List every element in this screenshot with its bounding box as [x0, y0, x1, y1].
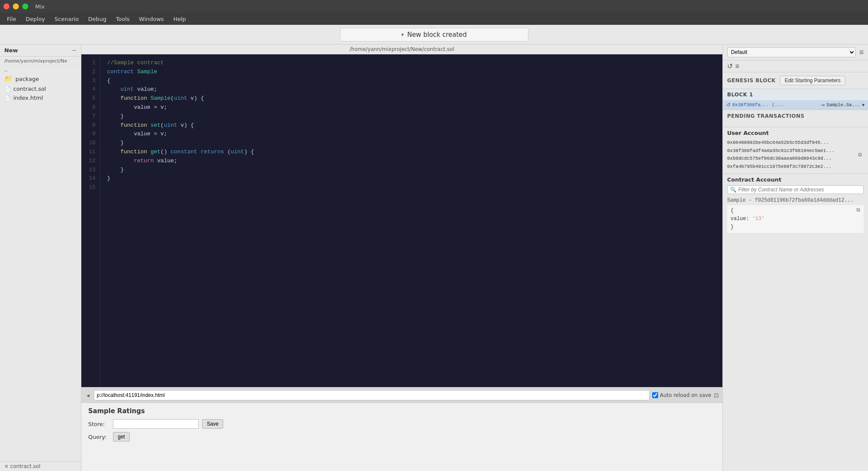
folder-icon: 📁	[4, 75, 13, 83]
contract-json-container: ⧉ { value: '13' }	[727, 205, 864, 233]
sidebar-bottom-label: × contract.sol	[4, 463, 40, 469]
contract-account-section: Contract Account 🔍 Sample - f025d81196b7…	[723, 174, 868, 471]
sidebar-bottom-tab[interactable]: × contract.sol	[0, 461, 81, 471]
file-icon-index: 📄	[4, 95, 11, 101]
hamburger-button[interactable]: ≡	[735, 63, 739, 70]
line-num-8: 8	[81, 121, 100, 130]
menu-help[interactable]: Help	[169, 15, 191, 24]
account-item-1: 0x38f388fadf4a6a35c61c3f88194ec5ae1...	[727, 147, 835, 155]
line-num-13: 13	[81, 166, 100, 175]
scenario-list-button[interactable]: ≡	[859, 48, 864, 57]
app-title: Mix	[35, 3, 45, 10]
center-area: /home/yann/mixproject/New/contract.sol 1…	[81, 45, 722, 471]
line-num-11: 11	[81, 148, 100, 157]
pending-label: PENDING TRANSACTIONS	[727, 113, 805, 119]
contract-filter-row: 🔍	[727, 185, 864, 194]
minimize-button[interactable]	[13, 3, 19, 9]
account-item-row: 0x06400992be45bc64a52b5c55d3df845... 0x3…	[727, 139, 864, 171]
left-sidebar: New − /home/yann/mixproject/Ne .. 📁 pack…	[0, 45, 81, 471]
line-num-3: 3	[81, 77, 100, 86]
notification-bar: ▾ New block created	[0, 25, 868, 45]
notification-arrow[interactable]: ▾	[401, 32, 404, 38]
line-num-6: 6	[81, 103, 100, 112]
browser-bar: ◂ Auto reload on save ⊡	[81, 387, 722, 402]
contract-json: { value: '13' }	[727, 205, 864, 233]
refresh-button[interactable]: ↺	[727, 62, 733, 70]
block-refresh-button[interactable]: ↺	[726, 102, 731, 108]
genesis-edit-button[interactable]: Edit Starting Parameters	[780, 76, 845, 85]
line-num-4: 4	[81, 85, 100, 94]
sidebar-collapse-button[interactable]: −	[72, 47, 77, 54]
contract-copy-button[interactable]: ⧉	[855, 207, 862, 213]
contract-name-row: Sample - f025d81196b72fba60a1d4dddad12..…	[727, 197, 864, 203]
block-expand-button[interactable]: ▾	[862, 102, 865, 108]
line-num-9: 9	[81, 130, 100, 139]
url-input[interactable]	[94, 390, 650, 400]
title-bar: Mix	[0, 0, 868, 13]
account-item-3: 0xfa4b795b491cc1975e89f3c78972c3e2...	[727, 163, 835, 171]
line-num-5: 5	[81, 94, 100, 103]
account-list: 0x06400992be45bc64a52b5c55d3df845... 0x3…	[727, 139, 835, 171]
contract-filter-input[interactable]	[738, 187, 861, 193]
line-num-10: 10	[81, 139, 100, 148]
right-sidebar: Default ≡ ↺ ≡ GENESIS BLOCK Edit Startin…	[722, 45, 868, 471]
menu-debug[interactable]: Debug	[84, 15, 111, 24]
file-icon-contract: 📄	[4, 86, 11, 92]
sidebar-item-contract[interactable]: 📄 contract.sol	[0, 84, 81, 93]
sidebar-dotdot[interactable]: ..	[0, 66, 81, 74]
expand-button[interactable]: ⊡	[714, 392, 719, 399]
main-layout: New − /home/yann/mixproject/Ne .. 📁 pack…	[0, 45, 868, 471]
auto-reload-label: Auto reload on save	[652, 392, 711, 398]
line-num-7: 7	[81, 112, 100, 121]
auto-reload-checkbox[interactable]	[652, 392, 658, 398]
line-num-12: 12	[81, 157, 100, 166]
json-value: value: '13'	[731, 216, 764, 222]
search-icon: 🔍	[730, 187, 737, 193]
browser-back-button[interactable]: ◂	[85, 391, 91, 399]
code-area[interactable]: 1 2 3 4 5 6 7 8 9 10 11 12 13 14 15 //Sa…	[81, 54, 722, 387]
preview-area: Sample Ratings Store: Save Query: get	[81, 402, 722, 471]
preview-title: Sample Ratings	[88, 407, 716, 415]
query-row: Query: get	[88, 432, 716, 441]
user-account-copy-button[interactable]: ⧉	[856, 152, 864, 158]
pending-section: PENDING TRANSACTIONS	[723, 110, 868, 127]
menu-deploy[interactable]: Deploy	[21, 15, 50, 24]
notification-inner: ▾ New block created	[340, 28, 528, 42]
sidebar-item-label-package: package	[15, 76, 39, 82]
notification-text: New block created	[407, 31, 467, 39]
code-header: /home/yann/mixproject/New/contract.sol	[81, 45, 722, 54]
menu-tools[interactable]: Tools	[112, 15, 134, 24]
menu-scenario[interactable]: Scenario	[50, 15, 83, 24]
line-num-14: 14	[81, 174, 100, 183]
maximize-button[interactable]	[22, 3, 28, 9]
block-address: 0x38f388fa... (...	[732, 102, 819, 107]
account-item-2: 0xb0dcdc575ef06dc30aaea069d8043c9d...	[727, 155, 835, 163]
rs-controls: ↺ ≡	[723, 60, 868, 72]
line-num-2: 2	[81, 68, 100, 77]
store-input[interactable]	[113, 419, 199, 429]
save-button[interactable]: Save	[202, 419, 223, 429]
block-arrow-icon: →	[820, 102, 825, 108]
sidebar-item-index[interactable]: 📄 index.html	[0, 93, 81, 102]
line-numbers: 1 2 3 4 5 6 7 8 9 10 11 12 13 14 15	[81, 54, 100, 387]
code-editor[interactable]: //Sample contract contract Sample { uint…	[100, 54, 722, 387]
genesis-section: GENESIS BLOCK Edit Starting Parameters	[723, 72, 868, 89]
store-row: Store: Save	[88, 419, 716, 429]
line-num-1: 1	[81, 59, 100, 68]
block1-transaction-row[interactable]: ↺ 0x38f388fa... (... → Sample.Sa... ▾	[723, 100, 868, 110]
get-button[interactable]: get	[113, 432, 130, 441]
menu-windows[interactable]: Windows	[135, 15, 168, 24]
menu-file[interactable]: File	[3, 15, 21, 24]
block1-header: BLOCK 1	[723, 89, 868, 100]
user-account-section: User Account 0x06400992be45bc64a52b5c55d…	[723, 127, 868, 174]
filepath-label: /home/yann/mixproject/New/contract.sol	[349, 46, 454, 52]
sidebar-item-package[interactable]: 📁 package	[0, 74, 81, 84]
sidebar-path: /home/yann/mixproject/Ne	[0, 57, 81, 66]
genesis-label: GENESIS BLOCK	[727, 78, 776, 83]
close-button[interactable]	[3, 3, 9, 9]
sidebar-header: New −	[0, 45, 81, 57]
json-open: {	[731, 208, 734, 214]
user-account-title: User Account	[727, 130, 864, 136]
scenario-select[interactable]: Default	[727, 47, 856, 57]
contract-account-title: Contract Account	[727, 176, 864, 183]
